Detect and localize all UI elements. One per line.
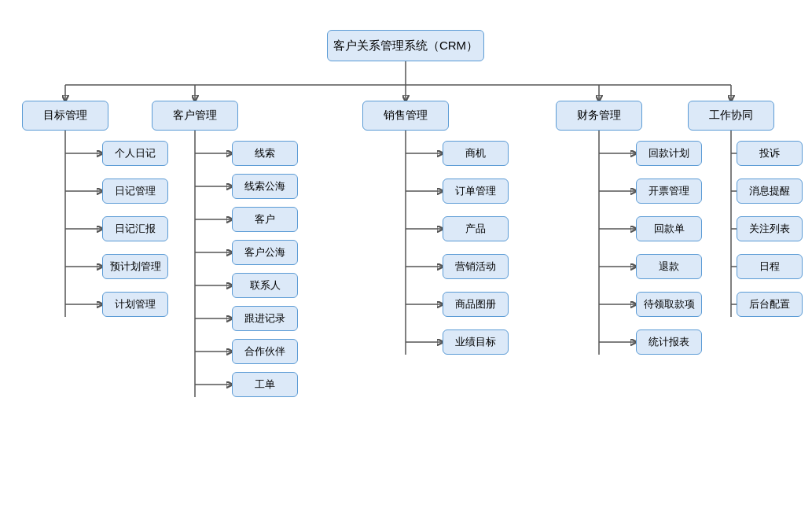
diagram: 客户关系管理系统（CRM） 目标管理 客户管理 销售管理 财务管理 工作协同 个… [0,0,812,508]
col2-item-5: 跟进记录 [232,306,298,331]
col3-item-4: 商品图册 [443,292,509,317]
col2-item-3: 客户公海 [232,240,298,265]
col2-item-6: 合作伙伴 [232,339,298,364]
col5-item-4: 后台配置 [737,292,803,317]
col2-item-1: 线索公海 [232,174,298,199]
col2-item-2: 客户 [232,207,298,232]
level1-col1: 目标管理 [22,101,108,131]
level1-col5: 工作协同 [688,101,774,131]
col1-item-2: 日记汇报 [102,216,168,241]
col4-item-1: 开票管理 [636,179,702,204]
col3-item-5: 业绩目标 [443,329,509,355]
col5-item-1: 消息提醒 [737,179,803,204]
col1-item-1: 日记管理 [102,179,168,204]
level1-col4: 财务管理 [556,101,642,131]
col3-item-3: 营销活动 [443,254,509,279]
col2-item-0: 线索 [232,141,298,166]
level1-col3: 销售管理 [362,101,449,131]
col4-item-0: 回款计划 [636,141,702,166]
col4-item-3: 退款 [636,254,702,279]
col5-item-0: 投诉 [737,141,803,166]
col3-item-2: 产品 [443,216,509,241]
level1-col2: 客户管理 [152,101,238,131]
col2-item-4: 联系人 [232,273,298,298]
root-node: 客户关系管理系统（CRM） [327,30,484,61]
col2-item-7: 工单 [232,372,298,397]
col4-item-5: 统计报表 [636,329,702,355]
col4-item-4: 待领取款项 [636,292,702,317]
col1-item-3: 预计划管理 [102,254,168,279]
col5-item-3: 日程 [737,254,803,279]
col5-item-2: 关注列表 [737,216,803,241]
col3-item-1: 订单管理 [443,179,509,204]
col1-item-0: 个人日记 [102,141,168,166]
col1-item-4: 计划管理 [102,292,168,317]
col3-item-0: 商机 [443,141,509,166]
col4-item-2: 回款单 [636,216,702,241]
